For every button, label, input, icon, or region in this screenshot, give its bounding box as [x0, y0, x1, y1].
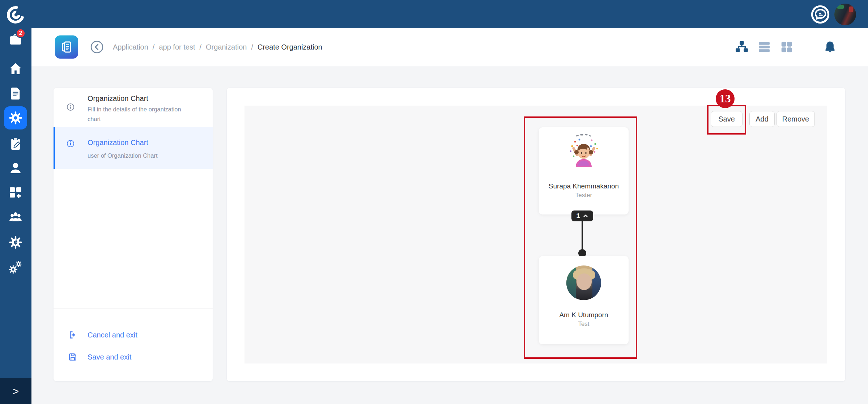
c-spiral-logo-icon[interactable] [5, 5, 26, 25]
breadcrumb-separator: / [153, 43, 155, 51]
org-node-role: Test [539, 320, 629, 328]
sidebar-item-system-settings[interactable] [8, 260, 23, 275]
home-icon [8, 61, 23, 76]
breadcrumb: Application / app for test / Organizatio… [113, 28, 322, 66]
add-button[interactable]: Add [749, 111, 775, 127]
chevron-up-icon [583, 213, 588, 219]
sidebar-item-team[interactable] [8, 210, 23, 224]
step-title: Organization Chart [88, 94, 148, 103]
sidebar-item-settings-active[interactable] [4, 106, 27, 129]
step-subtitle: Fill in the details of the organization … [88, 105, 193, 124]
document-icon [8, 86, 23, 101]
gear-bolt-icon [8, 235, 23, 250]
breadcrumb-separator: / [199, 43, 201, 51]
remove-button[interactable]: Remove [776, 111, 815, 127]
profile-photo-avatar [566, 265, 601, 300]
annotation-step-number: 13 [716, 89, 735, 108]
org-node-am[interactable]: Am K Utumporn Test [539, 256, 629, 344]
topbar [31, 0, 868, 28]
breadcrumb-current: Create Organization [258, 43, 322, 51]
sidebar-item-apps[interactable] [8, 185, 23, 200]
annotation-number-label: 13 [720, 92, 731, 105]
user-avatar[interactable] [834, 4, 856, 25]
chevron-right-icon: > [13, 385, 19, 397]
collapse-children-badge[interactable]: 1 [571, 210, 593, 221]
step-item-2-active[interactable]: Organization Chart user of Organization … [54, 127, 213, 169]
logout-icon [68, 330, 77, 340]
cancel-and-exit-link[interactable]: Cancel and exit [68, 330, 137, 340]
org-chart-icon[interactable] [735, 40, 749, 54]
annotation-save-frame [707, 105, 746, 135]
chat-bubble-icon[interactable] [811, 5, 830, 24]
list-view-icon[interactable] [757, 40, 771, 54]
celebration-girl-sticker [562, 132, 605, 172]
user-icon [8, 161, 23, 175]
stepper-panel: Organization Chart Fill in the details o… [54, 88, 213, 381]
children-count: 1 [576, 212, 580, 220]
sidebar-item-forms[interactable] [8, 137, 23, 151]
sidebar-item-home[interactable] [8, 61, 23, 76]
save-and-exit-label: Save and exit [88, 353, 131, 361]
team-icon [8, 210, 23, 224]
header-bar: Application / app for test / Organizatio… [31, 28, 868, 66]
app-launcher-icon[interactable] [55, 35, 78, 59]
notification-bell-icon[interactable] [823, 40, 837, 54]
breadcrumb-application[interactable]: Application [113, 43, 148, 51]
step-item-1[interactable]: Organization Chart Fill in the details o… [54, 88, 213, 127]
step-title: Organization Chart [88, 139, 148, 147]
save-and-exit-link[interactable]: Save and exit [68, 352, 131, 362]
inbox-count-badge: 2 [16, 29, 25, 38]
breadcrumb-app-for-test[interactable]: app for test [159, 43, 195, 51]
settings-gear-icon [8, 111, 23, 125]
org-node-surapa[interactable]: Surapa Khemmakanon Tester [539, 127, 629, 214]
sidebar-collapse-footer[interactable]: > [0, 378, 31, 404]
save-icon [68, 352, 77, 362]
copy-pages-icon [59, 40, 74, 54]
sidebar: 2 > [0, 0, 31, 404]
sidebar-item-automation[interactable] [8, 235, 23, 250]
app-window: 2 > Application / app for test / Organiz… [0, 0, 868, 404]
double-gear-icon [8, 260, 23, 275]
grid-view-icon[interactable] [780, 40, 793, 54]
sidebar-item-documents[interactable] [8, 86, 23, 101]
org-node-name: Am K Utumporn [539, 311, 629, 319]
back-button[interactable] [90, 41, 103, 54]
step-subtitle: user of Organization Chart [88, 151, 193, 161]
breadcrumb-separator: / [251, 43, 253, 51]
divider [54, 309, 213, 309]
cancel-and-exit-label: Cancel and exit [88, 331, 137, 339]
sidebar-item-profile[interactable] [8, 161, 23, 175]
grid-add-icon [8, 185, 23, 200]
header-actions [735, 28, 837, 66]
org-connector-line [582, 221, 583, 251]
clipboard-edit-icon [8, 137, 23, 151]
breadcrumb-organization[interactable]: Organization [206, 43, 247, 51]
org-node-name: Surapa Khemmakanon [539, 182, 629, 190]
info-icon [67, 140, 75, 148]
org-node-role: Tester [539, 192, 629, 199]
info-icon [67, 103, 75, 111]
chevron-left-icon [90, 41, 103, 54]
